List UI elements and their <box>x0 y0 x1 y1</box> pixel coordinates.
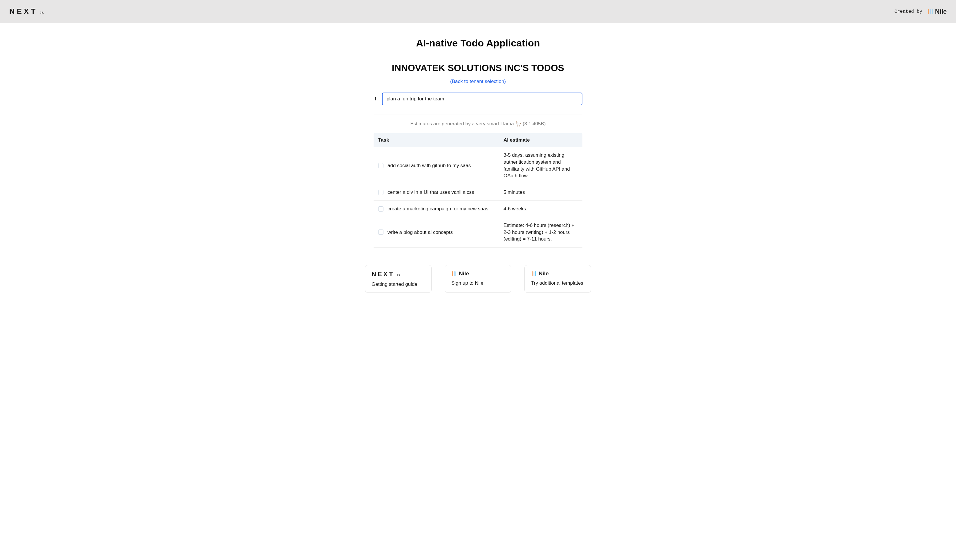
todo-checkbox[interactable] <box>378 206 384 212</box>
nextjs-logo-small: NEXT .JS <box>371 271 425 278</box>
footer-cards: NEXT .JS Getting started guide Nile Sign… <box>359 265 597 293</box>
app-title: AI-native Todo Application <box>359 38 597 49</box>
nile-logo[interactable]: Nile <box>927 8 947 16</box>
footer-card-templates[interactable]: Nile Try additional templates <box>524 265 591 293</box>
todo-input[interactable] <box>382 93 582 105</box>
todo-checkbox[interactable] <box>378 190 384 195</box>
add-todo-section: + <box>374 93 582 115</box>
table-header-estimate: AI estimate <box>499 133 582 147</box>
task-text: center a div in a UI that uses vanilla c… <box>387 189 474 196</box>
estimate-text: 3-5 days, assuming existing authenticati… <box>499 147 582 184</box>
estimate-text: Estimate: 4-6 hours (research) + 2-3 hou… <box>499 217 582 247</box>
footer-card-text: Try additional templates <box>531 280 585 286</box>
todo-checkbox[interactable] <box>378 163 384 168</box>
main-content: AI-native Todo Application INNOVATEK SOL… <box>347 23 609 302</box>
nile-icon <box>451 271 457 277</box>
table-header-task: Task <box>374 133 499 147</box>
estimate-text: 5 minutes <box>499 184 582 200</box>
table-header: Task AI estimate <box>374 133 582 147</box>
nextjs-logo[interactable]: NEXT .JS <box>9 7 44 16</box>
task-text: add social auth with github to my saas <box>387 162 471 169</box>
footer-card-signup[interactable]: Nile Sign up to Nile <box>445 265 511 293</box>
created-by-section: Created by Nile <box>895 8 947 16</box>
page-header: NEXT .JS Created by Nile <box>0 0 956 23</box>
add-icon[interactable]: + <box>374 96 377 102</box>
nextjs-logo-main: NEXT <box>9 7 38 16</box>
nextjs-logo-sub: .JS <box>39 11 44 14</box>
table-row: create a marketing campaign for my new s… <box>374 201 582 217</box>
todo-checkbox[interactable] <box>378 230 384 235</box>
todo-table: Task AI estimate add social auth with gi… <box>374 133 582 247</box>
nile-logo-text: Nile <box>459 271 469 277</box>
created-by-text: Created by <box>895 9 922 14</box>
table-row: center a div in a UI that uses vanilla c… <box>374 184 582 201</box>
nile-logo-small: Nile <box>451 271 505 277</box>
nile-icon <box>927 8 933 15</box>
nextjs-logo-sub: .JS <box>396 274 401 277</box>
table-row: write a blog about ai concepts Estimate:… <box>374 217 582 247</box>
table-row: add social auth with github to my saas 3… <box>374 147 582 184</box>
nile-logo-small: Nile <box>531 271 585 277</box>
estimate-text: 4-6 weeks. <box>499 201 582 217</box>
nile-logo-text: Nile <box>539 271 549 277</box>
footer-card-getting-started[interactable]: NEXT .JS Getting started guide <box>365 265 432 293</box>
task-text: write a blog about ai concepts <box>387 229 453 236</box>
nile-logo-text: Nile <box>935 8 947 16</box>
back-to-tenant-link[interactable]: (Back to tenant selection) <box>450 79 506 85</box>
estimate-note: Estimates are generated by a very smart … <box>359 121 597 127</box>
nile-icon <box>531 271 537 277</box>
footer-card-text: Getting started guide <box>371 282 425 287</box>
task-text: create a marketing campaign for my new s… <box>387 205 489 212</box>
footer-card-text: Sign up to Nile <box>451 280 505 286</box>
nextjs-logo-main: NEXT <box>371 271 395 278</box>
tenant-title: INNOVATEK SOLUTIONS INC'S TODOS <box>359 63 597 73</box>
